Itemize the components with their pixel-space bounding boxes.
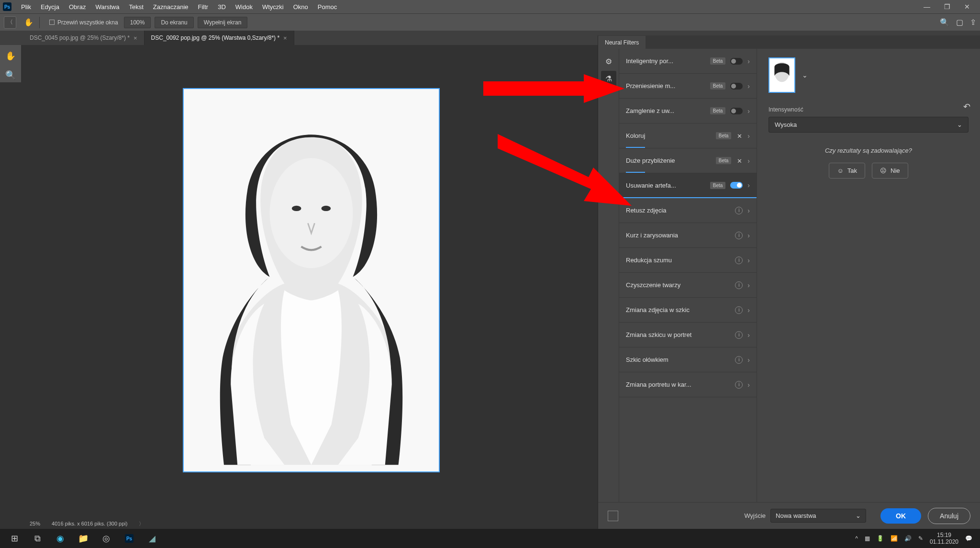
hand-tool[interactable]: ✋ [3, 49, 18, 63]
intensity-label: Intensywność [768, 106, 969, 113]
filter-row-1[interactable]: Przeniesienie m...Beta› [619, 74, 757, 99]
battery-icon[interactable]: 🔋 [877, 535, 884, 542]
filter-toggle[interactable] [730, 182, 743, 189]
menu-3d[interactable]: 3D [213, 3, 231, 11]
ok-button[interactable]: OK [880, 508, 921, 524]
info-icon[interactable]: i [735, 232, 743, 239]
filter-name: Usuwanie artefa... [626, 182, 710, 189]
info-icon[interactable]: i [735, 281, 743, 289]
close-icon[interactable]: ✕ [736, 133, 743, 139]
chevron-right-icon: › [747, 132, 750, 140]
menu-okno[interactable]: Okno [289, 3, 313, 11]
smile-icon: ☺ [837, 167, 843, 174]
filter-name: Zmiana szkicu w portret [626, 331, 735, 338]
fit-screen-button[interactable]: Do ekranu [155, 17, 193, 28]
filter-row-5[interactable]: Usuwanie artefa...Beta› [619, 173, 757, 198]
info-icon[interactable]: i [735, 331, 743, 339]
info-icon[interactable]: i [735, 257, 743, 264]
filter-name: Kurz i zarysowania [626, 232, 735, 239]
scroll-all-windows-checkbox[interactable]: Przewiń wszystkie okna [49, 19, 118, 26]
filter-row-3[interactable]: KolorujBeta✕› [619, 123, 757, 148]
filter-toggle[interactable] [730, 58, 743, 65]
filter-row-2[interactable]: Zamglenie z uw...Beta› [619, 99, 757, 123]
filter-row-0[interactable]: Inteligentny por...Beta› [619, 49, 757, 74]
input-icon[interactable]: ✎ [918, 535, 923, 542]
menu-plik[interactable]: Plik [16, 3, 36, 11]
tray-chevron-icon[interactable]: ^ [855, 535, 858, 542]
close-icon[interactable]: × [283, 34, 287, 42]
doc-tab-1[interactable]: DSC_0092 pop.jpg @ 25% (Warstwa 0,Szary/… [145, 31, 294, 45]
category-icons: ⚙ ⚗ [598, 49, 619, 502]
preview-toggle-icon[interactable] [608, 511, 618, 521]
fill-screen-button[interactable]: Wypełnij ekran [198, 17, 248, 28]
filter-toggle[interactable] [730, 83, 743, 89]
info-icon[interactable]: i [735, 356, 743, 364]
chevron-down-icon: ⌄ [957, 121, 962, 128]
canvas-area[interactable] [21, 45, 598, 529]
menu-zaznaczanie[interactable]: Zaznaczanie [148, 3, 193, 11]
photoshop-taskbar-icon[interactable]: Ps [118, 529, 141, 548]
menu-wtyczki[interactable]: Wtyczki [257, 3, 289, 11]
close-button[interactable]: ✕ [957, 0, 977, 13]
filter-row-11[interactable]: Zmiana szkicu w portreti› [619, 323, 757, 347]
notifications-icon[interactable]: 💬 [965, 535, 972, 542]
workspace-icon[interactable]: ▢ [956, 18, 963, 27]
menu-filtr[interactable]: Filtr [193, 3, 213, 11]
filter-row-9[interactable]: Czyszczenie twarzyi› [619, 273, 757, 298]
app-icon[interactable]: ◢ [141, 529, 164, 548]
task-view-icon[interactable]: ⧉ [26, 529, 49, 548]
panel-tab[interactable]: Neural Filters [598, 36, 646, 49]
filter-row-6[interactable]: Retusz zdjęciai› [619, 198, 757, 223]
filter-row-8[interactable]: Redukcja szumui› [619, 248, 757, 273]
filter-list[interactable]: Inteligentny por...Beta›Przeniesienie m.… [619, 49, 757, 502]
menu-widok[interactable]: Widok [231, 3, 257, 11]
chevron-down-icon[interactable]: ⌄ [802, 71, 808, 79]
volume-icon[interactable]: 🔊 [904, 535, 912, 542]
tray-app-icon[interactable]: ▦ [865, 535, 870, 542]
edge-icon[interactable]: ◉ [49, 529, 72, 548]
filter-row-13[interactable]: Zmiana portretu w kar...i› [619, 372, 757, 397]
info-icon[interactable]: i [735, 306, 743, 314]
cancel-button[interactable]: Anuluj [928, 508, 970, 524]
chevron-right-icon[interactable]: 〉 [139, 520, 144, 527]
filter-toggle[interactable] [730, 108, 743, 114]
annotation-arrow-1 [483, 72, 627, 105]
back-button[interactable]: 〈 [4, 16, 16, 29]
image-document[interactable] [183, 88, 440, 472]
menu-pomoc[interactable]: Pomoc [313, 3, 342, 11]
close-icon[interactable]: × [134, 34, 137, 42]
face-thumbnail[interactable] [768, 57, 795, 93]
minimize-button[interactable]: — [917, 0, 937, 13]
status-zoom: 25% [30, 521, 40, 526]
output-select[interactable]: Nowa warstwa ⌄ [770, 509, 866, 523]
wifi-icon[interactable]: 📶 [891, 535, 898, 542]
intensity-select[interactable]: Wysoka ⌄ [768, 117, 969, 133]
menu-edycja[interactable]: Edycja [36, 3, 64, 11]
filter-row-7[interactable]: Kurz i zarysowaniai› [619, 223, 757, 248]
zoom-level[interactable]: 100% [124, 17, 151, 28]
feedback-no-button[interactable]: ☹ Nie [872, 163, 908, 179]
start-button[interactable]: ⊞ [3, 529, 26, 548]
reset-icon[interactable]: ↶ [963, 101, 970, 112]
share-icon[interactable]: ⇪ [970, 18, 976, 27]
feedback-yes-button[interactable]: ☺ Tak [829, 163, 865, 179]
explorer-icon[interactable]: 📁 [72, 529, 95, 548]
chevron-right-icon: › [747, 207, 750, 214]
menu-obraz[interactable]: Obraz [64, 3, 90, 11]
clock[interactable]: 15:19 01.11.2020 [930, 532, 958, 546]
menu-warstwa[interactable]: Warstwa [90, 3, 124, 11]
info-icon[interactable]: i [735, 207, 743, 214]
menu-tekst[interactable]: Tekst [124, 3, 148, 11]
filter-row-4[interactable]: Duże przybliżenieBeta✕› [619, 148, 757, 173]
zoom-tool[interactable]: 🔍 [3, 68, 18, 82]
restore-button[interactable]: ❐ [937, 0, 957, 13]
search-icon[interactable]: 🔍 [940, 18, 949, 27]
info-icon[interactable]: i [735, 381, 743, 389]
filter-row-10[interactable]: Zmiana zdjęcia w szkici› [619, 298, 757, 323]
sliders-icon[interactable]: ⚙ [601, 54, 616, 69]
close-icon[interactable]: ✕ [736, 157, 743, 164]
filter-row-12[interactable]: Szkic ołówkiemi› [619, 347, 757, 372]
chrome-icon[interactable]: ◎ [95, 529, 118, 548]
doc-tab-0[interactable]: DSC_0045 pop.jpg @ 25% (Szary/8*) * × [23, 31, 145, 45]
chevron-right-icon: › [747, 107, 750, 115]
